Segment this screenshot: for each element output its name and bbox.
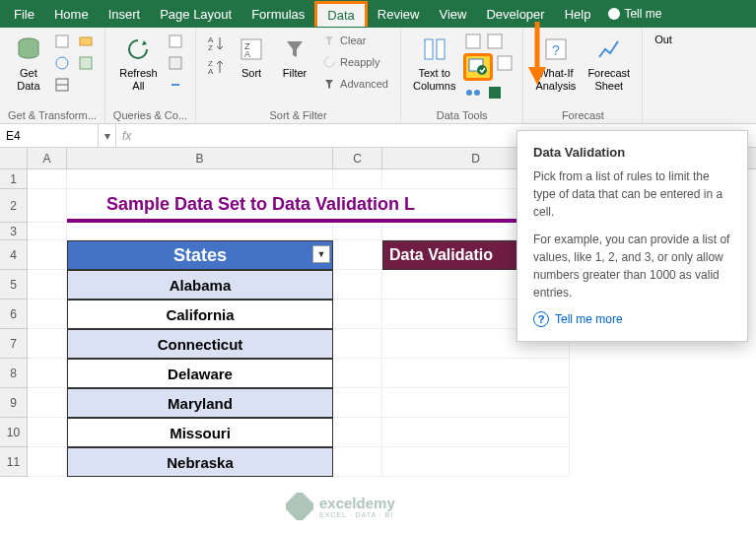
row-10[interactable]: 10 xyxy=(0,418,28,447)
filter-dropdown-icon[interactable]: ▼ xyxy=(312,245,330,263)
flash-fill-icon[interactable] xyxy=(463,32,483,51)
menu-insert[interactable]: Insert xyxy=(99,3,151,26)
state-cell[interactable]: Alabama xyxy=(67,270,333,300)
sort-button[interactable]: ZA Sort xyxy=(232,32,271,82)
get-data-button[interactable]: Get Data xyxy=(9,32,48,95)
group-forecast: ? What-If Analysis Forecast Sheet Foreca… xyxy=(523,28,643,123)
cell[interactable] xyxy=(333,359,382,388)
state-cell[interactable]: Nebraska xyxy=(67,447,333,477)
cell[interactable] xyxy=(28,418,67,447)
clear-button[interactable]: Clear xyxy=(318,32,392,49)
fx-icon[interactable]: fx xyxy=(122,129,131,143)
state-cell[interactable]: Connecticut xyxy=(67,329,333,359)
cell[interactable] xyxy=(28,240,67,270)
cell[interactable] xyxy=(28,300,67,329)
refresh-all-button[interactable]: Refresh All xyxy=(115,32,162,95)
tell-me[interactable]: Tell me xyxy=(608,7,661,21)
cell[interactable] xyxy=(333,300,382,329)
data-model-icon[interactable] xyxy=(485,83,505,102)
row-3[interactable]: 3 xyxy=(0,223,28,240)
select-all-corner[interactable] xyxy=(0,148,28,168)
col-B[interactable]: B xyxy=(67,148,333,168)
col-C[interactable]: C xyxy=(333,148,382,168)
sort-asc-icon[interactable]: AZ xyxy=(204,32,228,55)
cell[interactable] xyxy=(28,223,67,240)
cell[interactable] xyxy=(382,359,570,388)
cell[interactable] xyxy=(333,223,382,240)
from-text-icon[interactable] xyxy=(52,32,72,51)
remove-dup-icon[interactable] xyxy=(485,32,505,51)
existing-conn-icon[interactable] xyxy=(76,53,96,73)
sort-desc-icon[interactable]: ZA xyxy=(204,55,228,79)
name-box[interactable]: E4 xyxy=(0,124,99,147)
menu-formulas[interactable]: Formulas xyxy=(241,3,314,26)
cell[interactable] xyxy=(28,189,67,223)
row-4[interactable]: 4 xyxy=(0,240,28,270)
cell[interactable] xyxy=(382,447,570,477)
row-5[interactable]: 5 xyxy=(0,270,28,300)
state-cell[interactable]: Delaware xyxy=(67,359,333,388)
cell[interactable] xyxy=(67,169,333,189)
cell[interactable] xyxy=(28,447,67,477)
group-label: Sort & Filter xyxy=(269,107,326,121)
row-9[interactable]: 9 xyxy=(0,388,28,418)
cell[interactable] xyxy=(333,270,382,300)
menu-review[interactable]: Review xyxy=(368,3,430,26)
outline-button[interactable]: Out xyxy=(651,32,676,48)
cell[interactable] xyxy=(333,240,382,270)
cell[interactable] xyxy=(333,329,382,359)
state-cell[interactable]: California xyxy=(67,300,333,329)
from-table-icon[interactable] xyxy=(52,75,72,95)
reapply-button[interactable]: Reapply xyxy=(318,53,392,71)
queries-icon[interactable] xyxy=(166,32,185,51)
states-header[interactable]: States▼ xyxy=(67,240,333,270)
cell[interactable] xyxy=(28,329,67,359)
row-11[interactable]: 11 xyxy=(0,447,28,477)
cell[interactable] xyxy=(382,418,570,447)
menu-home[interactable]: Home xyxy=(44,3,99,26)
consolidate-icon[interactable] xyxy=(495,53,515,73)
col-A[interactable]: A xyxy=(28,148,67,168)
cell[interactable] xyxy=(333,169,382,189)
row-1[interactable]: 1 xyxy=(0,169,28,189)
properties-icon[interactable] xyxy=(166,53,185,73)
cell[interactable] xyxy=(28,359,67,388)
title-cell[interactable]: Sample Data Set to Data Validation L xyxy=(67,189,570,223)
row-6[interactable]: 6 xyxy=(0,300,28,329)
menu-help[interactable]: Help xyxy=(555,3,601,26)
cell[interactable] xyxy=(333,388,382,418)
advanced-button[interactable]: Advanced xyxy=(318,75,392,93)
text-to-columns-button[interactable]: Text to Columns xyxy=(409,32,459,95)
cell[interactable] xyxy=(28,270,67,300)
menu-view[interactable]: View xyxy=(429,3,476,26)
row-2[interactable]: 2 xyxy=(0,189,28,223)
state-cell[interactable]: Missouri xyxy=(67,418,333,447)
cell[interactable] xyxy=(28,169,67,189)
from-web-icon[interactable] xyxy=(52,53,72,73)
what-if-button[interactable]: ? What-If Analysis xyxy=(531,32,580,95)
tell-me-more-link[interactable]: ? Tell me more xyxy=(533,311,731,327)
cell[interactable] xyxy=(67,223,333,240)
row-7[interactable]: 7 xyxy=(0,329,28,359)
svg-rect-22 xyxy=(498,56,512,70)
cell[interactable] xyxy=(333,418,382,447)
menu-file[interactable]: File xyxy=(4,3,44,26)
cell[interactable] xyxy=(28,388,67,418)
data-validation-button[interactable] xyxy=(463,53,493,81)
text-cols-label: Text to Columns xyxy=(413,67,455,93)
menu-pagelayout[interactable]: Page Layout xyxy=(150,3,241,26)
recent-sources-icon[interactable] xyxy=(76,32,96,51)
cell[interactable] xyxy=(382,388,570,418)
menu-data[interactable]: Data xyxy=(314,1,367,27)
state-cell[interactable]: Maryland xyxy=(67,388,333,418)
svg-rect-1 xyxy=(56,35,68,47)
cell[interactable] xyxy=(333,447,382,477)
forecast-sheet-button[interactable]: Forecast Sheet xyxy=(584,32,634,95)
svg-rect-25 xyxy=(489,87,501,99)
row-8[interactable]: 8 xyxy=(0,359,28,388)
relationships-icon[interactable] xyxy=(463,83,483,102)
name-box-dropdown[interactable]: ▾ xyxy=(99,124,116,147)
menu-developer[interactable]: Developer xyxy=(476,3,554,26)
filter-button[interactable]: Filter xyxy=(275,32,314,82)
edit-links-icon[interactable] xyxy=(166,75,185,95)
